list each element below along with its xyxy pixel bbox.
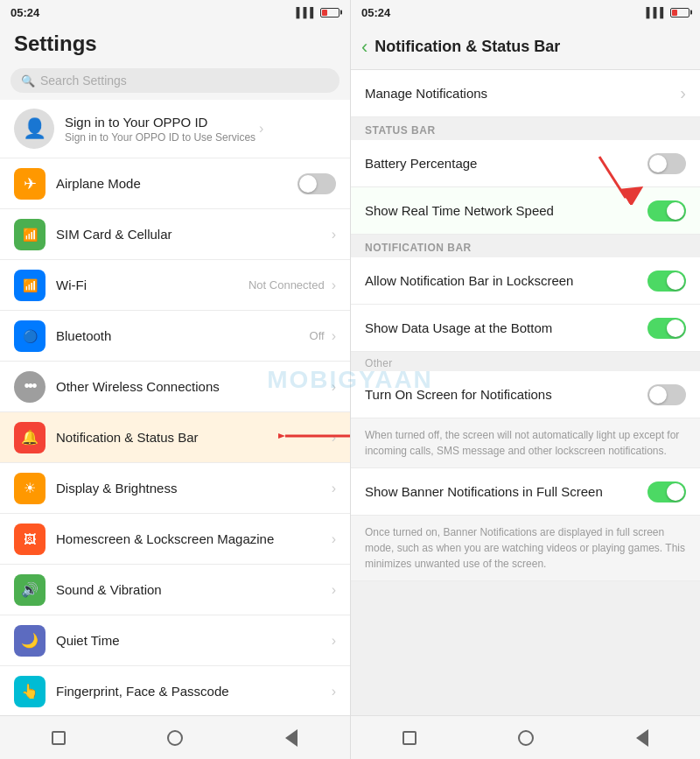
turn-screen-label: Turn On Screen for Notifications (365, 375, 648, 414)
right-home-button[interactable] (514, 726, 538, 750)
right-panel-title: Notification & Status Bar (374, 38, 560, 56)
allow-lockscreen-toggle[interactable] (648, 271, 686, 292)
right-back-icon (636, 729, 648, 747)
back-arrow-icon[interactable]: ‹ (361, 36, 368, 59)
network-speed-toggle[interactable] (648, 200, 686, 221)
panels-wrapper: MOBIGYAAN 05:24 ▌▌▌ Settings 🔍 Search Se… (0, 0, 700, 759)
signal-icon: ▌▌▌ (297, 7, 317, 18)
data-usage-label: Show Data Usage at the Bottom (365, 308, 648, 348)
quiettime-label: Quiet Time (56, 633, 328, 648)
profile-subtitle: Sign in to Your OPPO ID to Use Services (65, 131, 256, 144)
back-button[interactable] (279, 726, 304, 750)
airplane-toggle[interactable] (298, 173, 336, 194)
homescreen-label: Homescreen & Lockscreen Magazine (56, 531, 328, 546)
notification-icon: 🔔 (14, 422, 46, 453)
turn-screen-item[interactable]: Turn On Screen for Notifications (351, 371, 700, 418)
sidebar-item-wifi[interactable]: 📶 Wi-Fi Not Connected › (0, 260, 350, 311)
notification-chevron-icon: › (332, 430, 336, 446)
search-icon: 🔍 (21, 74, 35, 88)
sidebar-item-sim[interactable]: 📶 SIM Card & Cellular › (0, 209, 350, 260)
right-status-time: 05:24 (361, 6, 390, 19)
right-recent-apps-button[interactable] (397, 726, 422, 750)
sidebar-item-display[interactable]: ☀ Display & Brightness › (0, 463, 350, 514)
wireless-content: Other Wireless Connections (56, 379, 328, 394)
bluetooth-icon: 🔵 (14, 320, 46, 352)
banner-notif-label: Show Banner Notifications in Full Screen (365, 472, 648, 511)
homescreen-content: Homescreen & Lockscreen Magazine (56, 531, 328, 546)
airplane-label: Airplane Mode (56, 176, 298, 191)
wireless-icon: ••• (14, 371, 46, 403)
right-nav-bar (351, 715, 700, 759)
manage-notifications-item[interactable]: Manage Notifications › (351, 70, 700, 117)
right-signal-icon: ▌▌▌ (647, 7, 667, 18)
right-top-bar: ‹ Notification & Status Bar (351, 25, 700, 70)
data-usage-item[interactable]: Show Data Usage at the Bottom (351, 305, 700, 352)
settings-list: 👤 Sign in to Your OPPO ID Sign in to You… (0, 100, 350, 715)
sim-label: SIM Card & Cellular (56, 227, 328, 242)
profile-item[interactable]: 👤 Sign in to Your OPPO ID Sign in to You… (0, 100, 350, 158)
profile-title: Sign in to Your OPPO ID (65, 115, 256, 130)
quiettime-icon: 🌙 (14, 625, 46, 657)
sidebar-item-fingerprint[interactable]: 👆 Fingerprint, Face & Passcode › (0, 666, 350, 715)
battery-percentage-item[interactable]: Battery Percentage (351, 140, 700, 187)
banner-notif-item[interactable]: Show Banner Notifications in Full Screen (351, 468, 700, 516)
notification-bar-section-header: NOTIFICATION BAR (351, 235, 700, 257)
profile-chevron-icon: › (259, 121, 263, 137)
sidebar-item-airplane[interactable]: ✈ Airplane Mode (0, 158, 350, 209)
data-usage-toggle[interactable] (648, 318, 686, 339)
sidebar-item-sound[interactable]: 🔊 Sound & Vibration › (0, 565, 350, 615)
battery-percentage-toggle[interactable] (648, 153, 686, 174)
sidebar-item-quiettime[interactable]: 🌙 Quiet Time › (0, 615, 350, 666)
allow-lockscreen-label: Allow Notification Bar in Lockscreen (365, 261, 648, 300)
right-recent-apps-icon (402, 731, 416, 745)
turn-screen-description: When turned off, the screen will not aut… (351, 418, 700, 468)
sim-chevron-icon: › (332, 227, 336, 242)
left-battery-icon (320, 8, 340, 18)
network-speed-label: Show Real Time Network Speed (365, 191, 648, 230)
settings-title: Settings (14, 32, 336, 56)
sidebar-item-homescreen[interactable]: 🖼 Homescreen & Lockscreen Magazine › (0, 514, 350, 565)
display-label: Display & Brightness (56, 481, 328, 495)
bluetooth-label: Bluetooth (56, 328, 310, 343)
search-box[interactable]: 🔍 Search Settings (10, 68, 340, 93)
right-home-icon (518, 730, 534, 746)
wireless-chevron-icon: › (332, 379, 336, 395)
sound-label: Sound & Vibration (56, 582, 328, 597)
sound-content: Sound & Vibration (56, 582, 328, 597)
display-content: Display & Brightness (56, 481, 328, 495)
bluetooth-chevron-icon: › (332, 328, 336, 344)
sound-chevron-icon: › (332, 582, 336, 598)
manage-notifications-label: Manage Notifications (365, 74, 676, 113)
sidebar-item-bluetooth[interactable]: 🔵 Bluetooth Off › (0, 311, 350, 362)
turn-screen-toggle[interactable] (648, 384, 686, 405)
status-bar-section-header: STATUS BAR (351, 117, 700, 140)
sidebar-item-notification[interactable]: 🔔 Notification & Status Bar › (0, 412, 350, 463)
right-back-button[interactable] (630, 726, 654, 750)
other-subsection-header: Other (351, 352, 700, 371)
display-chevron-icon: › (332, 481, 336, 496)
home-button[interactable] (163, 726, 187, 750)
bluetooth-status: Off (310, 329, 325, 342)
sim-icon: 📶 (14, 219, 46, 250)
wifi-status: Not Connected (248, 278, 325, 292)
wifi-icon: 📶 (14, 270, 46, 301)
avatar: 👤 (14, 109, 54, 149)
network-speed-item[interactable]: Show Real Time Network Speed (351, 187, 700, 235)
homescreen-chevron-icon: › (332, 531, 336, 547)
search-placeholder: Search Settings (40, 74, 127, 88)
right-status-icons: ▌▌▌ (647, 7, 690, 18)
bluetooth-content: Bluetooth (56, 328, 310, 343)
allow-lockscreen-item[interactable]: Allow Notification Bar in Lockscreen (351, 257, 700, 305)
sound-icon: 🔊 (14, 574, 46, 606)
fingerprint-icon: 👆 (14, 676, 46, 707)
battery-percentage-label: Battery Percentage (365, 144, 648, 183)
airplane-icon: ✈ (14, 168, 46, 200)
sidebar-item-wireless[interactable]: ••• Other Wireless Connections › (0, 362, 350, 412)
wifi-right: Not Connected › (248, 278, 336, 293)
back-icon (285, 729, 298, 747)
banner-notif-toggle[interactable] (648, 481, 686, 502)
left-top-bar: Settings (0, 25, 350, 63)
recent-apps-button[interactable] (46, 726, 71, 750)
left-status-time: 05:24 (10, 6, 39, 19)
wifi-chevron-icon: › (332, 278, 336, 293)
